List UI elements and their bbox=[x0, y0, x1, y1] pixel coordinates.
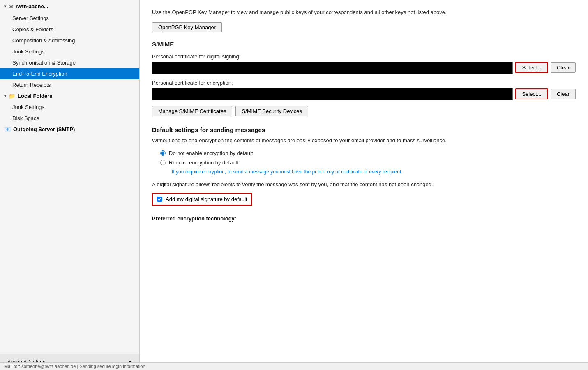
outgoing-server-label: Outgoing Server (SMTP) bbox=[13, 126, 75, 132]
smime-buttons-row: Manage S/MIME Certificates S/MIME Securi… bbox=[152, 106, 576, 116]
main-content: Use the OpenPGP Key Manager to view and … bbox=[140, 0, 588, 370]
radio-no-encrypt-row: Do not enable encryption by default bbox=[152, 150, 576, 156]
sidebar-item-composition-addressing[interactable]: Composition & Addressing bbox=[0, 35, 139, 46]
sidebar-item-junk-settings[interactable]: Junk Settings bbox=[0, 46, 139, 57]
manage-smime-button[interactable]: Manage S/MIME Certificates bbox=[152, 106, 232, 116]
cert-enc-clear-button[interactable]: Clear bbox=[551, 89, 576, 99]
radio-hint: If you require encryption, to send a mes… bbox=[164, 169, 576, 175]
status-bar-text: Mail for: someone@rwth-aachen.de | Sendi… bbox=[4, 364, 145, 369]
default-settings-desc: Without end-to-end encryption the conten… bbox=[152, 136, 522, 145]
smime-security-devices-button[interactable]: S/MIME Security Devices bbox=[235, 106, 308, 116]
default-settings-section: Default settings for sending messages Wi… bbox=[152, 126, 576, 222]
cert-sign-label: Personal certificate for digital signing… bbox=[152, 53, 576, 60]
radio-require-encrypt-row: Require encryption by default bbox=[152, 160, 576, 166]
sidebar-item-junk-local[interactable]: Junk Settings bbox=[0, 102, 139, 113]
radio-require-encrypt[interactable] bbox=[160, 160, 166, 165]
mail-icon: ✉ bbox=[9, 3, 13, 9]
cert-sign-select-button[interactable]: Select... bbox=[515, 62, 548, 73]
local-folders-header[interactable]: ▾ 📁 Local Folders bbox=[0, 90, 139, 102]
cert-enc-row: Select... Clear bbox=[152, 88, 576, 100]
sidebar-item-sync-storage[interactable]: Synchronisation & Storage bbox=[0, 57, 139, 68]
checkbox-digital-sig-label[interactable]: Add my digital signature by default bbox=[166, 196, 247, 202]
radio-require-encrypt-label[interactable]: Require encryption by default bbox=[169, 160, 238, 166]
status-bar: Mail for: someone@rwth-aachen.de | Sendi… bbox=[0, 362, 588, 370]
cert-enc-select-button[interactable]: Select... bbox=[515, 88, 548, 99]
sidebar-item-server-settings[interactable]: Server Settings bbox=[0, 13, 139, 24]
sidebar-item-copies-folders[interactable]: Copies & Folders bbox=[0, 24, 139, 35]
sidebar-item-return-receipts[interactable]: Return Receipts bbox=[0, 79, 139, 90]
cert-sign-input bbox=[152, 62, 513, 74]
checkbox-add-digital-sig[interactable] bbox=[157, 197, 162, 202]
local-folders-icon: 📁 bbox=[9, 93, 15, 99]
sidebar-item-disk-space[interactable]: Disk Space bbox=[0, 113, 139, 124]
cert-enc-input bbox=[152, 88, 513, 100]
account-label: rwth-aache... bbox=[16, 3, 48, 9]
preferred-enc-label: Preferred encryption technology: bbox=[152, 215, 576, 222]
cert-sign-row: Select... Clear bbox=[152, 62, 576, 74]
outgoing-server-header[interactable]: 📧 Outgoing Server (SMTP) bbox=[0, 124, 139, 135]
default-settings-title: Default settings for sending messages bbox=[152, 126, 576, 133]
local-folders-label: Local Folders bbox=[18, 93, 53, 99]
radio-no-encrypt-label[interactable]: Do not enable encryption by default bbox=[169, 150, 253, 156]
checkbox-digital-sig-row: Add my digital signature by default bbox=[152, 193, 252, 206]
account-header[interactable]: ▾ ✉ rwth-aache... bbox=[0, 0, 139, 13]
outgoing-server-icon: 📧 bbox=[4, 126, 11, 132]
sidebar-item-end-to-end[interactable]: End-To-End Encryption bbox=[0, 68, 139, 79]
local-folders-arrow: ▾ bbox=[4, 94, 6, 98]
account-arrow: ▾ bbox=[4, 4, 6, 9]
digital-sig-note: A digital signature allows recipients to… bbox=[152, 180, 542, 189]
smime-section-header: S/MIME bbox=[152, 41, 576, 48]
openpgp-description: Use the OpenPGP Key Manager to view and … bbox=[152, 8, 522, 16]
cert-enc-label: Personal certificate for encryption: bbox=[152, 80, 576, 86]
cert-sign-clear-button[interactable]: Clear bbox=[551, 62, 576, 73]
sidebar: ▾ ✉ rwth-aache... Server Settings Copies… bbox=[0, 0, 140, 370]
openpgp-key-manager-button[interactable]: OpenPGP Key Manager bbox=[152, 22, 222, 32]
radio-no-encrypt[interactable] bbox=[160, 150, 166, 156]
